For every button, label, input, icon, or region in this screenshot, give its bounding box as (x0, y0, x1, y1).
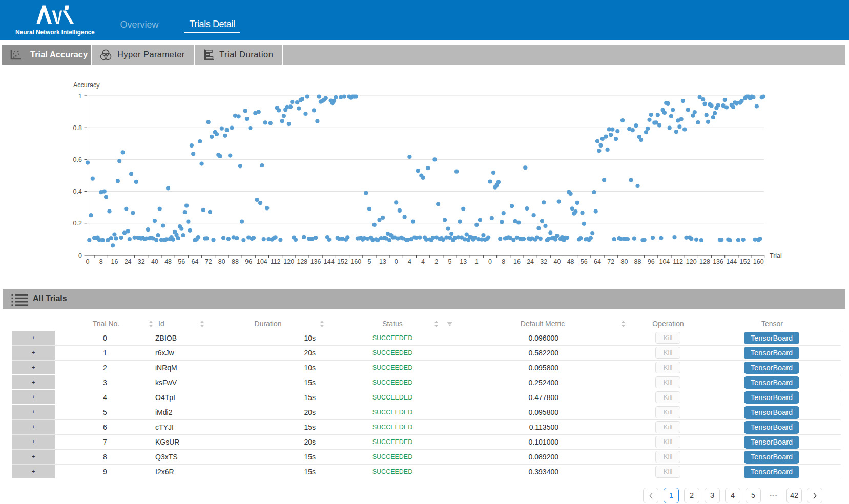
svg-text:64: 64 (594, 258, 601, 265)
svg-text:0.8: 0.8 (73, 124, 82, 132)
svg-text:88: 88 (634, 258, 641, 265)
svg-text:120: 120 (283, 258, 294, 265)
svg-text:80: 80 (218, 258, 225, 265)
svg-text:80: 80 (620, 258, 628, 265)
svg-text:Trial: Trial (770, 252, 782, 259)
svg-text:Accuracy: Accuracy (73, 81, 100, 89)
svg-text:160: 160 (753, 258, 764, 265)
svg-text:4: 4 (421, 258, 425, 265)
svg-text:8: 8 (502, 258, 505, 265)
svg-text:0: 0 (395, 258, 398, 265)
svg-text:112: 112 (271, 258, 281, 265)
svg-text:24: 24 (527, 258, 534, 265)
svg-text:56: 56 (178, 258, 185, 265)
svg-text:160: 160 (350, 258, 361, 265)
svg-text:32: 32 (138, 258, 145, 265)
svg-text:0: 0 (488, 258, 492, 265)
svg-text:16: 16 (513, 258, 521, 265)
svg-text:16: 16 (111, 258, 118, 265)
svg-text:1: 1 (475, 258, 479, 265)
svg-text:136: 136 (713, 258, 723, 265)
svg-text:5: 5 (448, 258, 452, 265)
svg-text:152: 152 (337, 258, 348, 265)
svg-text:112: 112 (673, 258, 683, 265)
svg-text:136: 136 (310, 258, 321, 265)
svg-text:0.2: 0.2 (73, 220, 82, 227)
svg-text:32: 32 (540, 258, 547, 265)
svg-text:72: 72 (205, 258, 212, 265)
svg-text:48: 48 (567, 258, 574, 265)
svg-text:5: 5 (367, 258, 371, 265)
svg-text:48: 48 (164, 258, 172, 265)
svg-text:144: 144 (726, 258, 737, 265)
svg-text:4: 4 (408, 258, 411, 265)
svg-text:40: 40 (553, 258, 561, 265)
svg-text:0: 0 (86, 258, 90, 265)
svg-text:24: 24 (125, 258, 132, 265)
svg-text:128: 128 (699, 258, 710, 265)
svg-text:2: 2 (434, 258, 438, 265)
svg-text:120: 120 (686, 258, 697, 265)
svg-text:56: 56 (581, 258, 588, 265)
svg-text:104: 104 (257, 258, 267, 265)
svg-text:88: 88 (232, 258, 239, 265)
svg-text:144: 144 (324, 258, 335, 265)
svg-text:13: 13 (460, 258, 467, 265)
svg-text:128: 128 (297, 258, 307, 265)
svg-text:64: 64 (192, 258, 199, 265)
svg-text:0.4: 0.4 (73, 188, 82, 195)
svg-text:13: 13 (379, 258, 386, 265)
svg-text:72: 72 (607, 258, 614, 265)
svg-text:104: 104 (659, 258, 670, 265)
svg-text:40: 40 (151, 258, 158, 265)
svg-text:0.6: 0.6 (73, 156, 82, 163)
svg-text:96: 96 (245, 258, 252, 265)
svg-text:96: 96 (648, 258, 655, 265)
svg-text:0: 0 (78, 252, 82, 259)
svg-text:1: 1 (78, 93, 82, 100)
svg-text:8: 8 (99, 258, 103, 265)
svg-text:152: 152 (740, 258, 751, 265)
